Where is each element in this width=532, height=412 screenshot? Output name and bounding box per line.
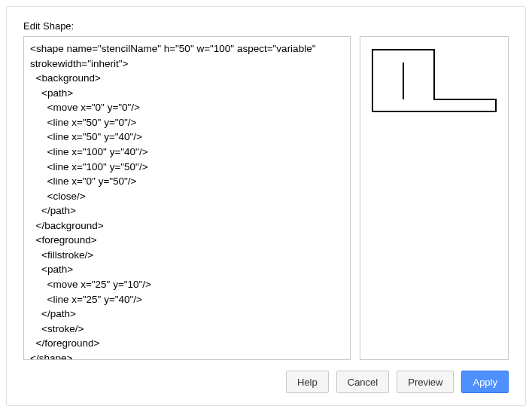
cancel-button[interactable]: Cancel xyxy=(336,371,389,393)
help-button[interactable]: Help xyxy=(286,371,329,393)
dialog-title: Edit Shape: xyxy=(23,20,509,32)
edit-shape-dialog: Edit Shape: Help Cancel Preview Apply xyxy=(6,6,526,406)
preview-pane xyxy=(360,36,509,360)
content-row xyxy=(23,36,509,360)
apply-button[interactable]: Apply xyxy=(461,371,509,393)
button-row: Help Cancel Preview Apply xyxy=(23,371,509,393)
shape-xml-editor[interactable] xyxy=(23,36,351,360)
preview-button[interactable]: Preview xyxy=(397,371,454,393)
shape-preview xyxy=(370,47,498,114)
